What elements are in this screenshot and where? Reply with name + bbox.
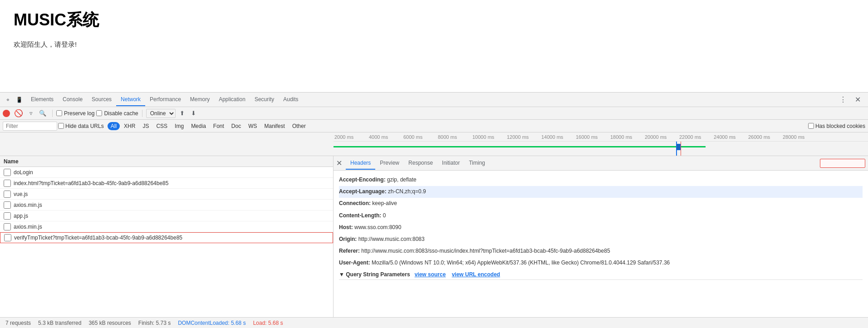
page-title: MUSIC系统 bbox=[14, 9, 854, 31]
page-subtitle: 欢迎陌生人，请登录! bbox=[14, 40, 854, 49]
page-content: MUSIC系统 欢迎陌生人，请登录! bbox=[0, 0, 868, 58]
